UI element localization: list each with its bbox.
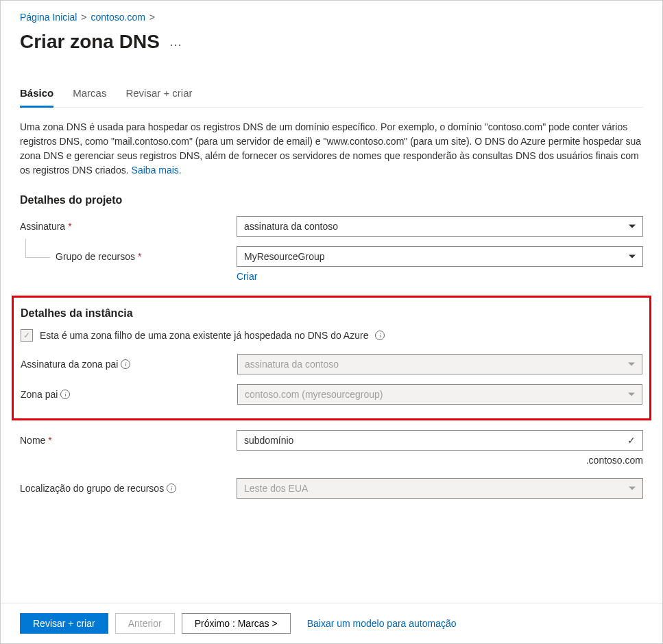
chevron-right-icon: > [81, 12, 86, 23]
child-zone-checkbox[interactable]: ✓ [21, 329, 33, 342]
chevron-down-icon [629, 487, 636, 490]
parent-zone-select: contoso.com (myresourcegroup) [237, 384, 642, 405]
info-icon[interactable]: i [167, 484, 176, 493]
name-label: Nome * [20, 435, 237, 446]
breadcrumb: Página Inicial > contoso.com > [20, 12, 643, 23]
learn-more-link[interactable]: Saiba mais. [132, 165, 182, 176]
resource-group-select[interactable]: MyResourceGroup [237, 246, 643, 267]
section-project-details: Detalhes do projeto [20, 194, 643, 206]
info-icon[interactable]: i [121, 359, 130, 369]
description-text: Uma zona DNS é usada para hospedar os re… [20, 120, 643, 178]
chevron-down-icon [629, 225, 636, 228]
download-template-link[interactable]: Baixar um modelo para automação [307, 618, 457, 629]
location-label: Localização do grupo de recursos i [20, 483, 237, 494]
resource-group-label: Grupo de recursos * [20, 251, 237, 262]
create-new-resource-group-link[interactable]: Criar [237, 271, 257, 282]
check-icon: ✓ [627, 435, 636, 446]
breadcrumb-home[interactable]: Página Inicial [20, 12, 77, 23]
more-actions-icon[interactable]: ⋯ [169, 32, 182, 52]
breadcrumb-parent[interactable]: contoso.com [91, 12, 145, 23]
review-create-button[interactable]: Revisar + criar [20, 613, 108, 634]
tab-basic[interactable]: Básico [20, 84, 53, 108]
tabs: Básico Marcas Revisar + criar [20, 84, 643, 108]
name-input[interactable]: subdomínio ✓ [237, 430, 643, 451]
info-icon[interactable]: i [60, 390, 70, 399]
location-select: Leste dos EUA [237, 478, 643, 499]
page-title: Criar zona DNS [20, 31, 160, 53]
tab-tags[interactable]: Marcas [73, 84, 106, 108]
previous-button: Anterior [115, 613, 175, 634]
child-zone-label: Esta é uma zona filho de uma zona existe… [40, 330, 368, 341]
chevron-down-icon [628, 393, 635, 396]
parent-subscription-select: assinatura da contoso [237, 354, 642, 374]
chevron-right-icon: > [149, 12, 155, 23]
section-instance-details: Detalhes da instância [21, 307, 642, 320]
instance-details-highlight: Detalhes da instância ✓ Esta é uma zona … [12, 296, 651, 420]
info-icon[interactable]: i [375, 331, 385, 340]
parent-subscription-label: Assinatura da zona pai i [21, 359, 237, 370]
chevron-down-icon [629, 255, 636, 259]
subscription-label: Assinatura * [20, 221, 237, 232]
subscription-select[interactable]: assinatura da contoso [237, 216, 643, 237]
tab-review-create[interactable]: Revisar + criar [125, 84, 192, 108]
next-button[interactable]: Próximo : Marcas > [182, 613, 291, 634]
parent-zone-label: Zona pai i [21, 389, 237, 400]
footer-actions: Revisar + criar Anterior Próximo : Marca… [1, 603, 662, 643]
chevron-down-icon [628, 363, 635, 366]
name-suffix: .contoso.com [20, 455, 643, 466]
